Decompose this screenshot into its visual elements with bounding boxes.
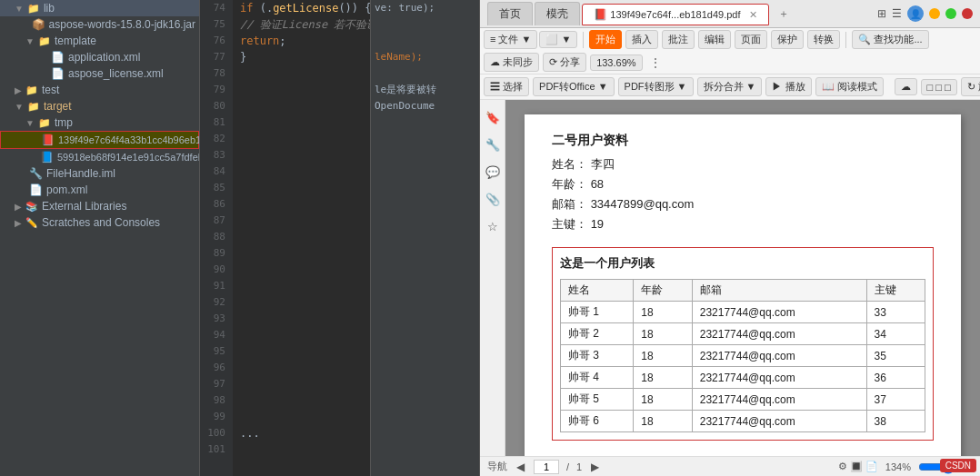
pdf-bottom-bar: 导航 ◀ / 1 ▶ ⚙ 🔳 📄 134% [480,456,980,476]
toolbar-sep-2 [845,32,846,48]
age-label: 年龄： [552,177,587,191]
age-value: 68 [591,177,604,191]
sync-btn[interactable]: ☁ 未同步 [484,53,539,72]
annotate-tab-btn[interactable]: 批注 [662,30,695,49]
next-page-btn[interactable]: ▶ [589,461,601,473]
comment-side-icon[interactable]: 💬 [483,162,503,182]
name-label: 姓名： [552,157,587,171]
view-btn[interactable]: ⬜ ▼ [539,31,577,48]
tree-item-pdf[interactable]: 📕 139f49e7c64f4a33b1cc4b96eb181d49.pdf [0,131,199,149]
pdf-side-panel: 🔖 🔧 💬 📎 ☆ 二号用户资料 姓名： 李四 年龄： 68 [480,100,980,456]
list-view-btn[interactable]: ☰ [892,7,902,20]
star-side-icon[interactable]: ☆ [483,216,503,236]
page-input[interactable] [534,460,559,474]
cloud-btn2[interactable]: ☁ [895,78,917,95]
tree-arrow-target [15,102,24,112]
convert-tab-btn[interactable]: 转换 [807,30,840,49]
layout-btn[interactable]: □ □ □ [921,79,957,95]
pdf-icon: 📕 [594,8,610,21]
tree-item-tmp[interactable]: 📁 tmp [0,114,199,131]
prev-page-btn[interactable]: ◀ [515,461,526,473]
insert-tab-btn[interactable]: 插入 [625,30,658,49]
tool-side-icon[interactable]: 🔧 [483,134,503,154]
code-content[interactable]: if (.getLicense()) { // 验证License 若不验证则转… [233,0,370,476]
tree-item-scratches[interactable]: ✏️ Scratches and Consoles [0,214,199,231]
user-info-section: 二号用户资料 姓名： 李四 年龄： 68 邮箱： 33447899@qq.com [552,133,934,233]
user-info-title: 二号用户资料 [552,133,934,149]
nav-label: 导航 [487,460,507,473]
share-btn[interactable]: ⟳ 分享 [543,53,586,72]
folder-icon-tmp: 📁 [38,117,51,129]
code-hints: ve: true); leName); le是将要被转 OpenDocume [370,0,479,476]
pom-xml-icon: 📄 [29,183,43,196]
select-btn[interactable]: ☰ 选择 [484,77,529,96]
tree-item-template[interactable]: 📁 template [0,33,199,49]
page-tab-btn[interactable]: 页面 [735,30,767,49]
file-menu-btn[interactable]: ≡ 文件 ▼ [484,30,537,49]
tree-arrow-extlibs [15,202,22,212]
zoom-btn[interactable]: 133.69% [590,55,642,71]
tree-label-lib: lib [44,2,55,15]
pdf-content-area[interactable]: 二号用户资料 姓名： 李四 年龄： 68 邮箱： 33447899@qq.com [505,100,980,456]
page-total: 1 [576,461,582,472]
email-value: 33447899@qq.com [591,197,695,211]
pdf-to-office-btn[interactable]: PDF转Office ▼ [533,77,614,96]
pdf-tab-file[interactable]: 📕 139f49e7c64f...eb181d49.pdf ✕ [582,4,769,25]
edit-tab-btn[interactable]: 编辑 [698,30,731,49]
email-label: 邮箱： [552,197,587,211]
folder-icon-target: 📁 [27,101,40,113]
table-row: 帅哥 11823217744@qq.com33 [561,302,925,323]
table-cell: 帅哥 3 [561,345,634,367]
start-tab-btn[interactable]: 开始 [589,30,622,49]
attachment-side-icon[interactable]: 📎 [483,189,503,209]
table-cell: 18 [634,302,692,323]
maximize-button[interactable] [945,8,956,19]
search-btn[interactable]: 🔍 查找功能... [852,30,928,49]
table-cell: 18 [634,367,692,389]
user-avatar[interactable]: 👤 [907,5,924,22]
col-header-email: 邮箱 [692,280,866,302]
pdf-tabs: 首页 模壳 📕 139f49e7c64f...eb181d49.pdf ✕ ＋ [487,2,796,25]
grid-view-btn[interactable]: ⊞ [877,7,886,20]
table-title: 这是一个用户列表 [560,255,925,272]
iml-icon: 🔧 [29,167,43,180]
bookmark-side-icon[interactable]: 🔖 [483,107,503,127]
tree-item-aspose-jar[interactable]: 📦 aspose-words-15.8.0-jdk16.jar [0,16,199,33]
table-cell: 33 [866,302,925,323]
toolbar-more[interactable]: ⋮ [646,56,665,69]
split-merge-btn[interactable]: 拆分合并 ▼ [697,77,763,96]
protect-tab-btn[interactable]: 保护 [771,30,804,49]
read-mode-btn[interactable]: 📖 阅读模式 [815,77,884,96]
table-cell: 35 [866,345,925,367]
tree-item-extlibs[interactable]: 📚 External Libraries [0,198,199,214]
table-cell: 36 [866,367,925,389]
tree-label-doc: 59918eb68f914e1e91cc5a7fdfebc76d.doc [57,152,200,163]
pdf-tab-home[interactable]: 首页 [487,2,533,25]
rotate-doc-btn[interactable]: ↻ 旋转文档 [961,77,980,96]
folder-icon-template: 📁 [38,35,51,47]
pdf-to-img-btn[interactable]: PDF转图形 ▼ [618,77,694,96]
pdf-tab-moke[interactable]: 模壳 [535,2,580,25]
close-button[interactable] [962,8,973,19]
xml-icon-app: 📄 [51,51,65,64]
minimize-button[interactable] [929,8,940,19]
tree-item-target[interactable]: 📁 target [0,98,199,114]
csdn-badge: CSDN [940,459,976,472]
tree-item-test[interactable]: 📁 test [0,82,199,98]
tree-item-filehandle[interactable]: 🔧 FileHandle.iml [0,165,199,182]
folder-icon-test: 📁 [25,84,38,96]
file-tree: 📁 lib 📦 aspose-words-15.8.0-jdk16.jar 📁 … [0,0,200,476]
table-cell: 18 [634,389,692,411]
user-table-section: 这是一个用户列表 姓名 年龄 邮箱 主键 帅哥 11823217744@qq.c… [552,247,934,441]
play-btn[interactable]: ▶ 播放 [765,77,811,96]
toolbar-group-file: ≡ 文件 ▼ ⬜ ▼ [484,30,577,49]
folder-icon-scratches: ✏️ [25,217,38,229]
tab-close-btn[interactable]: ✕ [749,9,757,20]
tree-item-lib[interactable]: 📁 lib [0,0,199,16]
tree-item-pom[interactable]: 📄 pom.xml [0,182,199,198]
tree-item-application-xml[interactable]: 📄 application.xml [0,49,199,65]
tree-item-aspose-license[interactable]: 📄 aspose_license.xml [0,65,199,82]
tab-add-btn[interactable]: ＋ [771,3,796,25]
table-cell: 帅哥 6 [561,411,634,432]
tree-item-doc[interactable]: 📘 59918eb68f914e1e91cc5a7fdfebc76d.doc [0,149,199,165]
